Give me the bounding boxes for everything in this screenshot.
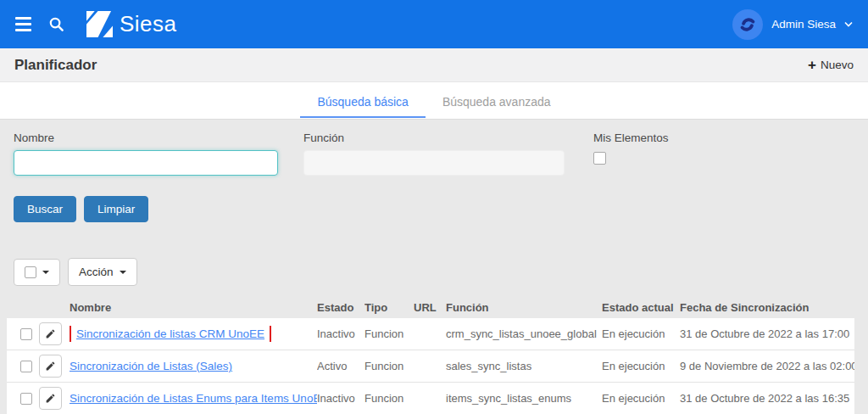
new-button[interactable]: + Nuevo xyxy=(808,58,854,72)
col-header-nombre: Nombre xyxy=(70,301,317,314)
row-link[interactable]: Sincronización de listas CRM UnoEE xyxy=(76,327,264,340)
cell-estado-actual: En ejecución xyxy=(602,392,680,405)
cell-tipo: Funcion xyxy=(364,327,414,340)
cell-funcion: sales_sync_listas xyxy=(446,360,602,372)
nombre-input[interactable] xyxy=(14,150,278,176)
top-navbar: Siesa Admin Siesa xyxy=(0,0,868,48)
new-button-label: Nuevo xyxy=(821,59,854,71)
edit-button[interactable] xyxy=(39,387,62,410)
cell-tipo: Funcion xyxy=(364,392,414,405)
col-header-tipo: Tipo xyxy=(364,301,414,314)
page-header: Planificador + Nuevo xyxy=(0,48,868,82)
tab-busqueda-basica[interactable]: Búsqueda básica xyxy=(300,92,425,118)
funcion-input[interactable] xyxy=(303,150,565,176)
cell-estado: Inactivo xyxy=(317,327,364,340)
edit-button[interactable] xyxy=(39,355,62,378)
tab-busqueda-avanzada[interactable]: Búsqueda avanzada xyxy=(426,92,568,118)
user-menu[interactable]: Admin Siesa xyxy=(732,9,853,40)
mis-elementos-checkbox[interactable] xyxy=(593,152,606,165)
accion-dropdown[interactable]: Acción xyxy=(68,258,137,286)
cell-estado-actual: En ejecución xyxy=(602,327,680,340)
col-header-funcion: Función xyxy=(446,301,602,314)
table-row: Sincronización de Listas Enums para Item… xyxy=(7,383,854,414)
row-link[interactable]: Sincronización de Listas (Sales) xyxy=(70,360,232,372)
cell-funcion: items_sync_listas_enums xyxy=(446,392,602,405)
cell-fecha: 31 de Octubre de 2022 a las 17:00 xyxy=(680,327,854,340)
user-name: Admin Siesa xyxy=(771,18,836,31)
cell-estado: Inactivo xyxy=(317,392,364,405)
funcion-label: Función xyxy=(303,131,565,144)
cell-funcion: crm_sync_listas_unoee_global xyxy=(446,327,602,340)
search-form: Nombre Función Mis Elementos Buscar Limp… xyxy=(0,120,868,286)
row-checkbox[interactable] xyxy=(20,328,32,340)
cell-tipo: Funcion xyxy=(364,360,414,372)
table-header-row: Nombre Estado Tipo URL Función Estado ac… xyxy=(7,296,854,318)
scheduler-table: Nombre Estado Tipo URL Función Estado ac… xyxy=(7,296,854,414)
caret-down-icon xyxy=(42,271,49,274)
search-icon[interactable] xyxy=(48,16,64,32)
siesa-logo-icon xyxy=(86,11,113,37)
col-header-estado: Estado xyxy=(317,301,364,314)
mis-elementos-label: Mis Elementos xyxy=(593,131,854,144)
table-row: Sincronización de Listas (Sales) Activo … xyxy=(7,350,854,383)
page-title: Planificador xyxy=(14,57,97,74)
cell-fecha: 9 de Noviembre de 2022 a las 02:00 xyxy=(680,360,854,372)
row-checkbox[interactable] xyxy=(20,361,32,372)
plus-icon: + xyxy=(808,58,816,72)
cell-estado: Activo xyxy=(317,360,364,372)
col-header-fecha: Fecha de Sincronización xyxy=(680,301,854,314)
edit-button[interactable] xyxy=(39,322,62,345)
brand-logo[interactable]: Siesa xyxy=(86,11,177,37)
hamburger-menu-icon[interactable] xyxy=(15,17,31,31)
buscar-button[interactable]: Buscar xyxy=(14,196,76,222)
user-avatar xyxy=(732,9,763,40)
cell-fecha: 31 de Octubre de 2022 a las 16:35 xyxy=(680,392,854,405)
search-tabs: Búsqueda básica Búsqueda avanzada xyxy=(0,82,868,120)
select-all-dropdown[interactable] xyxy=(14,259,60,286)
col-header-url: URL xyxy=(414,301,446,314)
chevron-down-icon xyxy=(844,21,853,27)
caret-down-icon xyxy=(120,271,126,274)
limpiar-button[interactable]: Limpiar xyxy=(84,196,148,222)
row-checkbox[interactable] xyxy=(20,393,32,405)
row-link[interactable]: Sincronización de Listas Enums para Item… xyxy=(70,392,317,405)
col-header-estado-actual: Estado actual xyxy=(602,301,680,314)
pencil-icon xyxy=(45,361,56,372)
highlight-box: Sincronización de listas CRM UnoEE xyxy=(70,326,271,342)
nombre-label: Nombre xyxy=(14,131,278,144)
brand-name: Siesa xyxy=(120,11,177,37)
table-row: Sincronización de listas CRM UnoEE Inact… xyxy=(7,318,854,350)
accion-label: Acción xyxy=(79,266,114,278)
pencil-icon xyxy=(45,328,56,339)
pencil-icon xyxy=(45,393,56,404)
select-all-checkbox[interactable] xyxy=(25,266,36,278)
cell-estado-actual: En ejecución xyxy=(602,360,680,372)
